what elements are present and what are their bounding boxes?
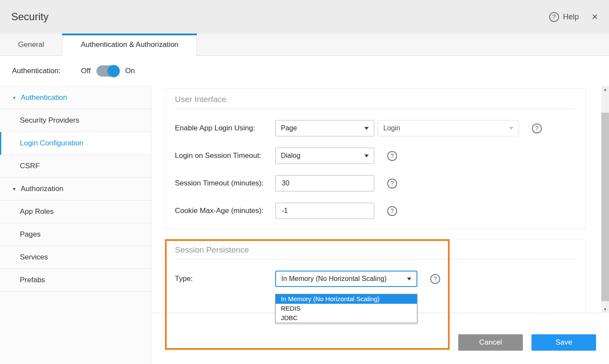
help-label: Help bbox=[563, 12, 579, 22]
persistence-type-dropdown-list: In Memory (No Horizontal Scaling) REDIS … bbox=[275, 294, 417, 323]
sidebar-item-label: Security Providers bbox=[20, 116, 79, 125]
select-value: In Memory (No Horizontal Scaling) bbox=[281, 275, 387, 283]
sidebar-item-csrf[interactable]: CSRF bbox=[0, 155, 151, 178]
scroll-down-icon[interactable]: ▼ bbox=[601, 306, 609, 313]
login-on-session-timeout-select[interactable]: Dialog bbox=[275, 148, 374, 164]
form-row-persistence-type: Type: In Memory (No Horizontal Scaling) … bbox=[175, 271, 576, 287]
section-title: User Interface bbox=[175, 89, 576, 104]
sidebar-group-authentication[interactable]: ▼ Authentication bbox=[0, 86, 151, 109]
sidebar-item-label: Prefabs bbox=[20, 276, 45, 284]
help-circle-icon[interactable]: ? bbox=[387, 206, 397, 216]
field-label: Enable App Login Using: bbox=[175, 124, 275, 133]
sidebar-item-label: Pages bbox=[20, 230, 40, 239]
sidebar-item-security-providers[interactable]: Security Providers bbox=[0, 109, 151, 132]
sidebar-group-label: Authorization bbox=[21, 185, 63, 193]
help-circle-icon[interactable]: ? bbox=[387, 179, 397, 188]
field-label: Type: bbox=[175, 275, 275, 283]
tab-authentication-authorization[interactable]: Authentication & Authorization bbox=[62, 34, 197, 56]
sidebar-item-login-configuration[interactable]: Login Configuration bbox=[0, 132, 151, 155]
toggle-knob bbox=[108, 65, 120, 77]
tab-bar: General Authentication & Authorization bbox=[0, 34, 609, 56]
sidebar-group-authorization[interactable]: ▼ Authorization bbox=[0, 178, 151, 201]
sidebar-item-app-roles[interactable]: App Roles bbox=[0, 201, 151, 223]
cancel-button[interactable]: Cancel bbox=[458, 334, 523, 351]
sidebar-item-prefabs[interactable]: Prefabs bbox=[0, 269, 151, 292]
scroll-up-icon[interactable]: ▲ bbox=[601, 86, 609, 93]
field-label: Session Timeout (minutes): bbox=[175, 179, 275, 188]
chevron-down-icon bbox=[509, 127, 513, 130]
security-dialog: Security ? Help × General Authentication… bbox=[0, 0, 609, 364]
sidebar-item-pages[interactable]: Pages bbox=[0, 223, 151, 246]
help-circle-icon[interactable]: ? bbox=[387, 151, 397, 161]
sidebar-item-services[interactable]: Services bbox=[0, 246, 151, 269]
close-icon[interactable]: × bbox=[592, 12, 598, 22]
select-value: Login bbox=[383, 124, 400, 132]
authentication-toggle[interactable] bbox=[96, 65, 119, 77]
help-button[interactable]: ? Help bbox=[549, 12, 579, 22]
chevron-down-icon bbox=[407, 278, 411, 281]
help-circle-icon[interactable]: ? bbox=[430, 274, 440, 284]
section-title: Session Persistence bbox=[175, 239, 576, 255]
authentication-toggle-row: Authentication: Off On bbox=[0, 56, 609, 86]
sidebar-group-label: Authentication bbox=[21, 93, 67, 102]
select-value: Dialog bbox=[281, 152, 300, 160]
user-interface-section: User Interface Enable App Login Using: P… bbox=[165, 88, 586, 229]
header-actions: ? Help × bbox=[549, 12, 598, 22]
form-row-enable-app-login: Enable App Login Using: Page Login ? bbox=[175, 120, 576, 136]
main-content: User Interface Enable App Login Using: P… bbox=[152, 86, 601, 364]
field-label: Cookie Max-Age (minutes): bbox=[175, 207, 275, 215]
help-circle-icon: ? bbox=[549, 12, 559, 22]
settings-sidebar: ▼ Authentication Security Providers Logi… bbox=[0, 86, 151, 364]
login-page-select[interactable]: Login bbox=[378, 120, 519, 136]
save-button[interactable]: Save bbox=[531, 334, 596, 351]
chevron-down-icon bbox=[364, 127, 369, 130]
tab-general[interactable]: General bbox=[0, 34, 62, 56]
chevron-down-icon bbox=[364, 154, 369, 157]
form-row-cookie-max-age: Cookie Max-Age (minutes): ? bbox=[175, 203, 576, 219]
select-value: Page bbox=[281, 124, 297, 132]
help-circle-icon[interactable]: ? bbox=[532, 123, 542, 133]
section-divider bbox=[175, 259, 576, 259]
section-divider bbox=[175, 108, 576, 109]
toggle-on-label: On bbox=[125, 67, 135, 75]
form-row-session-timeout: Session Timeout (minutes): ? bbox=[175, 175, 576, 191]
sidebar-item-label: Login Configuration bbox=[20, 139, 83, 148]
enable-app-login-select[interactable]: Page bbox=[275, 120, 374, 136]
page-title: Security bbox=[11, 11, 49, 23]
dropdown-option-jdbc[interactable]: JDBC bbox=[276, 313, 417, 323]
vertical-scrollbar[interactable]: ▲ ▼ bbox=[601, 86, 609, 313]
dropdown-option-redis[interactable]: REDIS bbox=[276, 304, 417, 313]
session-persistence-section: Session Persistence Type: In Memory (No … bbox=[165, 239, 586, 313]
sidebar-item-label: CSRF bbox=[20, 162, 40, 170]
dialog-header: Security ? Help × bbox=[0, 0, 609, 34]
sidebar-item-label: App Roles bbox=[20, 207, 53, 216]
cookie-max-age-input[interactable] bbox=[275, 203, 374, 219]
dropdown-option-in-memory[interactable]: In Memory (No Horizontal Scaling) bbox=[276, 294, 417, 304]
form-row-login-on-session-timeout: Login on Session Timeout: Dialog ? bbox=[175, 148, 576, 164]
session-timeout-input[interactable] bbox=[275, 175, 374, 191]
chevron-down-icon: ▼ bbox=[12, 96, 16, 100]
scrollbar-thumb[interactable] bbox=[601, 113, 609, 301]
field-label: Login on Session Timeout: bbox=[175, 151, 275, 160]
persistence-type-select[interactable]: In Memory (No Horizontal Scaling) bbox=[275, 271, 417, 287]
toggle-off-label: Off bbox=[81, 67, 90, 75]
authentication-label: Authentication: bbox=[12, 67, 81, 75]
sidebar-item-label: Services bbox=[20, 253, 48, 262]
chevron-down-icon: ▼ bbox=[12, 187, 16, 191]
